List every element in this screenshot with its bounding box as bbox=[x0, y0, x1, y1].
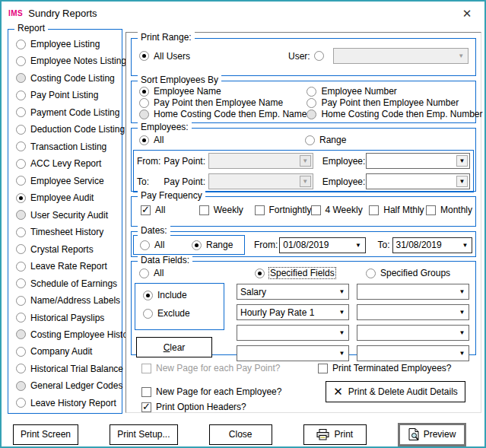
data-fields-all-radio[interactable]: All bbox=[139, 268, 255, 278]
user-radio[interactable] bbox=[314, 51, 324, 61]
specified-fields-radio[interactable]: Specified Fields bbox=[255, 268, 366, 278]
sort-option[interactable]: Home Costing Code then Emp. Number bbox=[307, 109, 482, 119]
employees-range-radio[interactable]: Range bbox=[305, 135, 346, 145]
report-option[interactable]: Transaction Listing bbox=[16, 141, 120, 152]
chevron-down-icon: ▼ bbox=[455, 52, 468, 59]
field-combobox[interactable]: ▼ bbox=[237, 345, 349, 361]
report-option-label: Historical Payslips bbox=[30, 313, 104, 323]
close-icon[interactable]: ✕ bbox=[457, 5, 477, 23]
all-users-radio[interactable]: All Users bbox=[139, 51, 288, 62]
radio-icon bbox=[192, 240, 202, 250]
radio-icon bbox=[307, 87, 316, 97]
sort-option[interactable]: Employee Number bbox=[307, 86, 482, 97]
radio-icon bbox=[305, 135, 315, 145]
pay-frequency-checkbox[interactable]: Half Mthly bbox=[369, 205, 426, 215]
employees-group-label: Employees: bbox=[138, 122, 192, 132]
radio-icon bbox=[255, 268, 265, 278]
report-option[interactable]: Leave Rate Report bbox=[16, 261, 120, 272]
report-option[interactable]: Costing Code Listing bbox=[16, 73, 120, 84]
report-option[interactable]: Company Audit bbox=[16, 346, 120, 357]
close-button[interactable]: Close bbox=[209, 424, 272, 445]
pay-frequency-checkbox[interactable]: Monthly bbox=[426, 205, 472, 215]
field-combobox[interactable]: ▼ bbox=[237, 325, 349, 341]
report-option-label: General Ledger Codes bbox=[30, 380, 122, 391]
report-option[interactable]: ACC Levy Report bbox=[16, 158, 120, 169]
report-option[interactable]: Pay Point Listing bbox=[16, 90, 120, 100]
date-to-combobox[interactable]: 31/08/2019 ▼ bbox=[392, 237, 472, 253]
dates-range-radio[interactable]: Range bbox=[192, 240, 233, 250]
pay-frequency-checkbox[interactable]: 4 Weekly bbox=[311, 205, 370, 215]
report-option-label: User Security Audit bbox=[30, 210, 108, 221]
preview-button[interactable]: Preview bbox=[398, 423, 466, 446]
radio-icon bbox=[16, 329, 26, 339]
to-employee-combobox[interactable]: ▼ bbox=[366, 173, 470, 189]
checkbox-icon bbox=[141, 387, 151, 397]
dates-all-radio[interactable]: All bbox=[140, 240, 192, 250]
report-option-label: Schedule of Earnings bbox=[30, 278, 117, 289]
report-option[interactable]: Name/Address Labels bbox=[16, 295, 120, 306]
report-option[interactable]: Costing Employee History bbox=[16, 329, 120, 340]
sort-option-label: Employee Number bbox=[321, 86, 396, 97]
sort-group-label: Sort Employees By bbox=[138, 75, 221, 85]
field-combobox[interactable]: Salary ▼ bbox=[237, 284, 349, 300]
sort-option[interactable]: Home Costing Code then Emp. Name bbox=[139, 109, 307, 119]
specified-groups-radio[interactable]: Specified Groups bbox=[366, 268, 450, 278]
print-terminated-checkbox[interactable]: Print Terminated Employees? bbox=[318, 363, 473, 373]
clear-button[interactable]: Clear bbox=[136, 337, 212, 357]
checkbox-icon bbox=[369, 205, 379, 215]
field-combo-column-left: Salary ▼ Hourly Pay Rate 1 ▼ ▼ bbox=[237, 283, 349, 361]
report-option[interactable]: Deduction Code Listing bbox=[16, 124, 120, 135]
employees-all-label: All bbox=[154, 135, 164, 145]
field-combobox[interactable]: Hourly Pay Rate 1 ▼ bbox=[237, 304, 349, 320]
chevron-down-icon: ▼ bbox=[456, 309, 469, 316]
report-option-label: Pay Point Listing bbox=[30, 90, 98, 100]
exclude-radio[interactable]: Exclude bbox=[143, 308, 224, 319]
report-option[interactable]: Employee Service bbox=[16, 176, 120, 186]
report-option-label: Crystal Reports bbox=[30, 244, 94, 255]
report-option[interactable]: Schedule of Earnings bbox=[16, 278, 120, 289]
report-option[interactable]: Payment Code Listing bbox=[16, 107, 120, 118]
include-radio[interactable]: Include bbox=[143, 290, 224, 300]
pay-frequency-checkbox[interactable]: Fortnightly bbox=[255, 205, 311, 215]
print-screen-button[interactable]: Print Screen bbox=[13, 424, 78, 445]
report-option[interactable]: Crystal Reports bbox=[16, 244, 120, 255]
report-option[interactable]: Employee Notes Listing bbox=[16, 56, 120, 66]
print-button[interactable]: Print bbox=[303, 424, 367, 445]
report-option[interactable]: Historical Trial Balance bbox=[16, 364, 120, 374]
print-setup-label: Print Setup... bbox=[117, 429, 170, 440]
employees-all-radio[interactable]: All bbox=[139, 135, 305, 145]
report-option[interactable]: General Ledger Codes bbox=[16, 380, 120, 391]
from-employee-combobox[interactable]: ▼ bbox=[366, 153, 470, 169]
sort-option[interactable]: Pay Point then Employee Name bbox=[139, 97, 307, 108]
new-page-employee-checkbox[interactable]: New Page for each Employee? bbox=[141, 386, 318, 397]
chevron-down-icon: ▼ bbox=[456, 176, 468, 187]
print-setup-button[interactable]: Print Setup... bbox=[110, 424, 177, 445]
chevron-down-icon: ▼ bbox=[335, 329, 348, 336]
report-list: Employee Listing Employee Notes Listing … bbox=[16, 39, 120, 408]
sort-option[interactable]: Pay Point then Employee Number bbox=[307, 97, 482, 108]
report-option[interactable]: User Security Audit bbox=[16, 210, 120, 221]
report-option[interactable]: Historical Payslips bbox=[16, 313, 120, 323]
radio-icon bbox=[139, 87, 149, 97]
report-option[interactable]: Timesheet History bbox=[16, 227, 120, 237]
date-from-value: 01/08/2019 bbox=[280, 240, 351, 250]
report-option-label: Deduction Code Listing bbox=[30, 124, 125, 135]
report-option[interactable]: Leave History Report bbox=[16, 398, 120, 408]
print-option-headers-checkbox[interactable]: Print Option Headers? bbox=[141, 402, 318, 412]
pay-frequency-checkbox[interactable]: All bbox=[141, 205, 199, 215]
radio-icon bbox=[16, 244, 26, 254]
pay-frequency-checkbox[interactable]: Weekly bbox=[199, 205, 255, 215]
field-combobox[interactable]: ▼ bbox=[357, 325, 469, 341]
field-combobox[interactable]: ▼ bbox=[357, 284, 469, 300]
report-option[interactable]: Employee Audit bbox=[16, 192, 120, 203]
date-from-combobox[interactable]: 01/08/2019 ▼ bbox=[279, 237, 365, 253]
radio-icon bbox=[16, 40, 26, 49]
report-option[interactable]: Employee Listing bbox=[16, 39, 120, 49]
print-delete-audit-button[interactable]: ✕ Print & Delete Audit Details bbox=[326, 381, 465, 402]
pay-point-label: Pay Point: bbox=[164, 156, 208, 167]
field-combobox-value: Salary bbox=[237, 287, 335, 297]
sort-option[interactable]: Employee Name bbox=[139, 86, 307, 97]
dates-mode-box: All Range bbox=[133, 235, 245, 255]
field-combobox[interactable]: ▼ bbox=[357, 304, 469, 320]
field-combobox[interactable]: ▼ bbox=[357, 345, 469, 361]
